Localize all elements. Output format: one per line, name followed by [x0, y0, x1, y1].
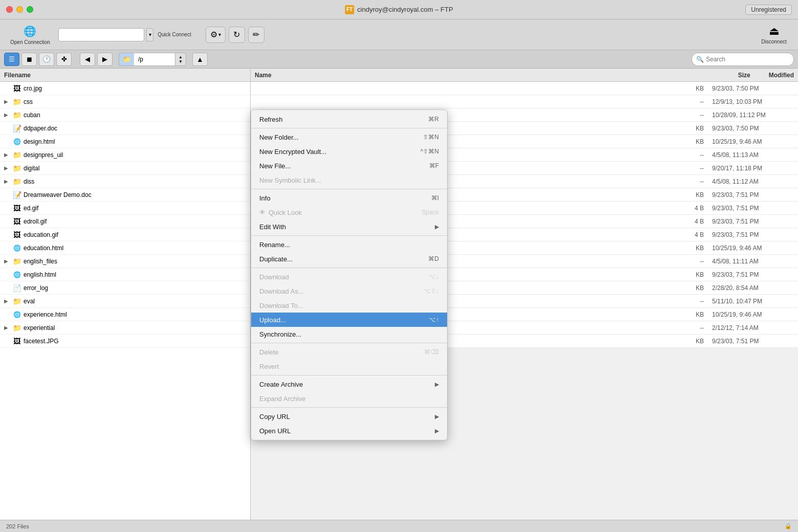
edit-button[interactable]: ✏	[248, 27, 264, 43]
lock-icon: 🔒	[785, 523, 792, 529]
menu-item-open-url[interactable]: Open URL ▶	[251, 424, 447, 438]
list-item[interactable]: 📝 ddpaper.doc	[0, 122, 250, 135]
bookmarks-button[interactable]: ✤	[56, 53, 72, 66]
menu-item-synchronize[interactable]: Synchronize...	[251, 327, 447, 341]
menu-item-new-vault[interactable]: New Encrypted Vault... ^⇧⌘N	[251, 144, 447, 159]
quick-connect-area: ▾ Quick Connect	[58, 28, 191, 41]
forward-button[interactable]: ▶	[97, 53, 113, 66]
disconnect-button[interactable]: ⏏ Disconnect	[756, 23, 792, 47]
path-input[interactable]	[134, 53, 175, 66]
action-gear-button[interactable]: ⚙ ▾	[206, 27, 226, 43]
list-item[interactable]: ▶ 📁 digital	[0, 162, 250, 175]
menu-item-copy-url[interactable]: Copy URL ▶	[251, 409, 447, 424]
expand-arrow: ▶	[4, 258, 10, 264]
path-up-button[interactable]: ▲	[192, 53, 208, 66]
expand-arrow: ▶	[4, 99, 10, 104]
expand-arrow: ▶	[4, 298, 10, 304]
menu-item-create-archive[interactable]: Create Archive ▶	[251, 377, 447, 391]
back-button[interactable]: ◀	[80, 53, 95, 66]
open-connection-icon: 🌐	[23, 24, 37, 38]
list-item[interactable]: ▶ 📁 cuban	[0, 108, 250, 122]
filename-header: Filename	[0, 69, 250, 82]
search-input[interactable]	[706, 56, 789, 63]
search-box[interactable]: 🔍	[692, 53, 794, 66]
list-item[interactable]: ▶ 📁 designpres_uil	[0, 148, 250, 162]
menu-separator	[251, 343, 447, 343]
menu-item-rename[interactable]: Rename...	[251, 237, 447, 252]
list-item[interactable]: ▶ 📁 experiential	[0, 321, 250, 335]
list-item[interactable]: 🖼 ed.gif	[0, 202, 250, 215]
menu-separator	[251, 128, 447, 128]
quick-connect-input[interactable]	[58, 28, 144, 41]
list-item[interactable]: 🖼 edroll.gif	[0, 215, 250, 228]
menu-separator	[251, 189, 447, 189]
view-list-button[interactable]: ☰	[4, 53, 19, 66]
menu-item-expand-archive: Expand Archive	[251, 391, 447, 406]
html-icon: 🌐	[12, 137, 21, 146]
list-item[interactable]: ▶ 📁 eval	[0, 295, 250, 308]
menu-item-upload[interactable]: Upload... ⌥↑	[251, 313, 447, 327]
file-list-panel: Filename 🖼 cro.jpg ▶ 📁 css ▶ 📁 cuban 📝 d…	[0, 69, 251, 520]
menu-item-download-as: Download As... ⌥⇧↓	[251, 284, 447, 298]
status-bar: 202 Files 🔒	[0, 520, 798, 532]
unregistered-button[interactable]: Unregistered	[745, 5, 792, 15]
menu-item-refresh[interactable]: Refresh ⌘R	[251, 112, 447, 126]
list-item[interactable]: 📝 Dreamweaver Demo.doc	[0, 188, 250, 202]
minimize-button[interactable]	[16, 6, 23, 13]
list-item[interactable]: ▶ 📁 diss	[0, 175, 250, 188]
close-button[interactable]	[6, 6, 13, 13]
submenu-arrow-icon: ▶	[435, 224, 439, 230]
list-item[interactable]: 🖼 education.gif	[0, 228, 250, 241]
menu-separator	[251, 407, 447, 408]
refresh-button[interactable]: ↻	[229, 27, 245, 43]
remote-panel-header: Name Size Modified	[251, 69, 798, 82]
list-item[interactable]: 🌐 experience.html	[0, 308, 250, 321]
open-connection-button[interactable]: 🌐 Open Connection	[6, 22, 54, 47]
menu-item-download: Download ⌥↓	[251, 270, 447, 284]
path-stepper[interactable]: ▲▼	[175, 53, 186, 66]
list-item[interactable]: 🌐 english.html	[0, 268, 250, 281]
gif-icon: 🖼	[12, 204, 21, 213]
menu-separator	[251, 235, 447, 236]
list-item[interactable]: 🖼 cro.jpg	[0, 82, 250, 95]
gif-icon: 🖼	[12, 217, 21, 226]
menu-item-duplicate[interactable]: Duplicate... ⌘D	[251, 252, 447, 266]
pencil-icon: ✏	[253, 30, 259, 39]
folder-icon: 📁	[12, 323, 21, 332]
folder-icon: 📁	[12, 97, 21, 106]
menu-item-download-to: Download To...	[251, 298, 447, 313]
file-icon: 📄	[12, 283, 21, 293]
eye-icon: 👁	[259, 209, 265, 216]
list-item[interactable]: ▶ 📁 english_files	[0, 255, 250, 268]
expand-arrow: ▶	[4, 165, 10, 171]
titlebar: FT cindyroy@cindyroyal.com – FTP Unregis…	[0, 0, 798, 19]
main-toolbar: 🌐 Open Connection ▾ Quick Connect ⚙ ▾ ↻ …	[0, 19, 798, 50]
maximize-button[interactable]	[27, 6, 33, 13]
quick-connect-dropdown[interactable]: ▾	[146, 28, 153, 41]
jpg-icon: 🖼	[12, 337, 21, 346]
list-item[interactable]: 📄 error_log	[0, 281, 250, 295]
doc-icon: 📝	[12, 190, 21, 199]
view-icon-button[interactable]: ◼	[21, 53, 37, 66]
folder-path-icon: 📁	[119, 53, 134, 66]
remote-list-item[interactable]: KB9/23/03, 7:50 PM	[251, 82, 798, 95]
list-item[interactable]: 🖼 facetest.JPG	[0, 335, 250, 348]
menu-item-edit-with[interactable]: Edit With ▶	[251, 219, 447, 234]
menu-item-info[interactable]: Info ⌘I	[251, 191, 447, 205]
folder-icon: 📁	[12, 110, 21, 120]
list-item[interactable]: ▶ 📁 css	[0, 95, 250, 108]
menu-separator	[251, 375, 447, 375]
list-item[interactable]: 🌐 education.html	[0, 241, 250, 255]
submenu-arrow-icon: ▶	[435, 381, 439, 388]
menu-item-new-folder[interactable]: New Folder... ⇧⌘N	[251, 130, 447, 144]
history-button[interactable]: 🕐	[39, 53, 54, 66]
gif-icon: 🖼	[12, 230, 21, 239]
search-icon: 🔍	[696, 56, 704, 63]
folder-icon: 📁	[12, 177, 21, 186]
traffic-lights	[6, 6, 33, 13]
menu-item-new-file[interactable]: New File... ⌘F	[251, 159, 447, 173]
action-toolbar: ☰ ◼ 🕐 ✤ ◀ ▶ 📁 ▲▼ ▲ 🔍	[0, 50, 798, 69]
remote-list-item[interactable]: --12/9/13, 10:03 PM	[251, 95, 798, 108]
list-item[interactable]: 🌐 design.html	[0, 135, 250, 148]
folder-icon: 📁	[12, 150, 21, 160]
